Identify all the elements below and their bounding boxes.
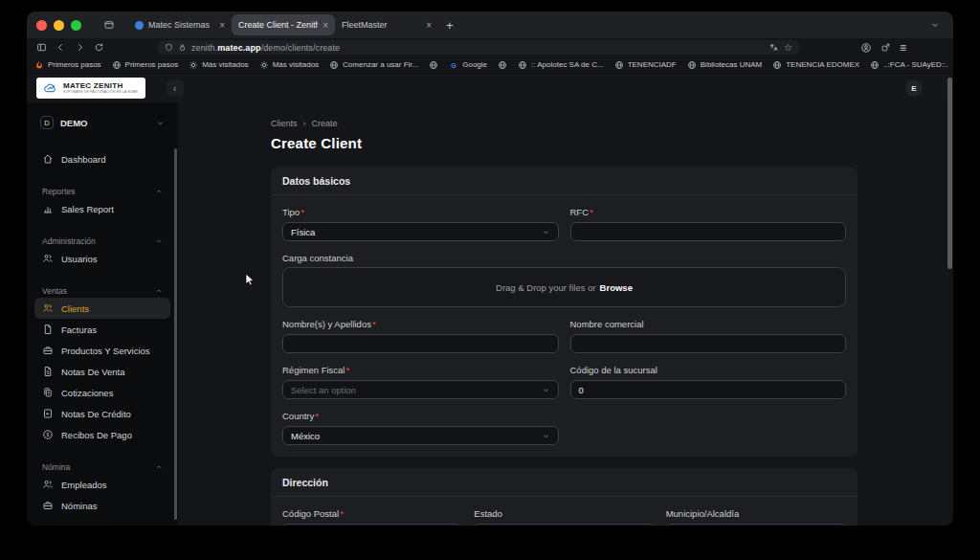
required-mark: * (372, 319, 376, 329)
sidebar-section-nomina[interactable]: Nómina (27, 460, 178, 474)
bookmark-star-icon[interactable]: ☆ (784, 43, 792, 53)
sidebar-item-label: Notas De Venta (61, 367, 125, 377)
firefox-view-icon[interactable] (103, 19, 115, 31)
sidebar-scrollbar[interactable] (174, 148, 177, 520)
tipo-select[interactable]: Física (282, 222, 559, 241)
sidebar-item-empleados[interactable]: Empleados (34, 474, 170, 495)
nombre-comercial-input[interactable] (570, 334, 847, 353)
field-municipio: Municipio/Alcaldía (666, 508, 846, 526)
address-bar[interactable]: zenith.matec.app/demo/clients/create ☆ (157, 40, 800, 55)
shield-icon[interactable] (165, 43, 173, 52)
back-icon[interactable] (56, 42, 66, 53)
rfc-input[interactable] (570, 222, 847, 241)
close-icon[interactable]: × (426, 20, 432, 31)
zoom-window-button[interactable] (71, 20, 81, 31)
field-sucursal: Código de la sucursal 0 (570, 365, 847, 399)
url-path: /demo/clients/create (261, 43, 341, 53)
sidebar-item-sales-report[interactable]: Sales Report (34, 198, 170, 219)
menu-icon[interactable]: ≡ (900, 42, 906, 54)
sidebar-item-dashboard[interactable]: Dashboard (34, 148, 170, 169)
bookmark-item[interactable]: Google (449, 60, 487, 70)
section-label: Administración (42, 236, 96, 246)
codigo-postal-input[interactable] (282, 524, 462, 526)
field-label: Estado (474, 508, 654, 519)
bookmark-item[interactable]: Primeros pasos (34, 60, 101, 70)
sidebar-item-clients[interactable]: Clients (34, 298, 170, 319)
dollar-circle-icon (42, 429, 54, 440)
translate-icon[interactable] (768, 42, 779, 53)
globe-icon (112, 60, 122, 70)
sidebar-item-cotizaciones[interactable]: Cotizaciones (34, 382, 170, 403)
sidebar-item-notas-de-credito[interactable]: Notas De Crédito (34, 403, 170, 424)
bag-icon (42, 345, 54, 356)
bookmark-item[interactable]: TENENCIA EDOMEX (772, 60, 859, 70)
sidebar-item-nominas[interactable]: Nóminas (34, 495, 170, 516)
close-icon[interactable]: × (323, 20, 328, 31)
sidebar-item-recibos-de-pago[interactable]: Recibos De Pago (34, 424, 170, 445)
required-mark: * (315, 411, 319, 421)
logo-tagline: SOFTWARE DE FACTURACIÓN EN LA NUBE (63, 91, 138, 95)
card-datos-basicos: Datos básicos Tipo* Física (271, 167, 858, 457)
profile-avatar-icon[interactable] (860, 42, 872, 54)
sucursal-input[interactable]: 0 (570, 380, 847, 399)
tab-create-client[interactable]: Create Client - Zenith ERP × (232, 14, 335, 35)
tab-matec-sistemas[interactable]: Matec Sistemas × (128, 14, 232, 35)
breadcrumb-clients[interactable]: Clients (271, 119, 298, 128)
cloud-arrow-icon (41, 81, 59, 96)
bookmark-label: Comenzar a usar Fir... (343, 60, 418, 69)
bookmark-item[interactable] (429, 60, 438, 70)
tab-fleetmaster[interactable]: FleetMaster × (335, 14, 438, 35)
sidebar-toggle-icon[interactable] (36, 42, 47, 53)
extensions-icon[interactable] (880, 42, 891, 53)
new-tab-button[interactable]: + (446, 18, 454, 33)
bookmark-item[interactable]: Más visitados (259, 60, 319, 70)
sidebar-section-administracion[interactable]: Administración (27, 235, 178, 248)
chevron-down-icon (542, 228, 550, 236)
nombre-input[interactable] (282, 334, 559, 353)
municipio-input[interactable] (666, 524, 846, 526)
workspace-selector[interactable]: D DEMO (36, 112, 168, 133)
bookmark-item[interactable]: Bibliotecas UNAM (687, 60, 762, 70)
sidebar-item-productos[interactable]: Productos Y Servicios (34, 340, 170, 361)
sidebar-section-ventas[interactable]: Ventas (27, 284, 178, 298)
bookmark-label: Más visitados (273, 60, 319, 69)
regimen-select[interactable]: Select an option (282, 380, 559, 399)
tab-title: FleetMaster (342, 20, 421, 30)
reload-icon[interactable] (94, 42, 104, 53)
app-logo[interactable]: MATEC ZENITH SOFTWARE DE FACTURACIÓN EN … (36, 78, 145, 99)
sidebar-collapse-button[interactable]: ‹ (167, 79, 184, 97)
sidebar-item-facturas[interactable]: Facturas (34, 319, 170, 340)
bookmark-item[interactable]: :: Apolotec SA de C... (518, 60, 604, 70)
forward-icon[interactable] (75, 42, 85, 53)
field-label: Country* (282, 411, 559, 421)
user-avatar[interactable]: E (905, 79, 923, 97)
bookmark-item[interactable]: Más visitados (189, 60, 248, 70)
document-return-icon (42, 408, 54, 419)
field-label: Tipo* (282, 207, 559, 217)
required-mark: * (345, 365, 349, 375)
sidebar-section-reportes[interactable]: Reportes (27, 185, 178, 198)
lock-icon[interactable] (178, 43, 187, 52)
select-value: Física (291, 227, 315, 237)
bookmark-item[interactable] (498, 60, 507, 70)
browse-link[interactable]: Browse (600, 282, 633, 293)
file-dropzone[interactable]: Drag & Drop your files or Browse (282, 267, 846, 307)
estado-input[interactable] (474, 524, 654, 526)
list-all-tabs-icon[interactable] (930, 20, 940, 30)
card-title: Datos básicos (271, 167, 858, 195)
field-label: Código de la sucursal (570, 365, 847, 375)
sidebar-item-usuarios[interactable]: Usuarios (34, 248, 170, 269)
country-select[interactable]: México (282, 426, 559, 445)
bookmark-item[interactable]: TENENCIADF (614, 60, 677, 70)
label-text: Nombre(s) y Apellidos (282, 319, 371, 329)
close-window-button[interactable] (36, 20, 47, 31)
page-scrollbar[interactable] (947, 78, 952, 269)
bookmark-item[interactable]: ..:FCA - SUAyED::. (870, 60, 947, 70)
bookmark-item[interactable]: Comenzar a usar Fir... (329, 60, 418, 70)
close-icon[interactable]: × (219, 20, 225, 31)
sidebar-item-notas-de-venta[interactable]: Notas De Venta (34, 361, 170, 382)
globe-icon (518, 60, 527, 70)
label-text: Régimen Fiscal (282, 365, 345, 375)
minimize-window-button[interactable] (54, 20, 64, 31)
bookmark-item[interactable]: Primeros pasos (112, 60, 179, 70)
